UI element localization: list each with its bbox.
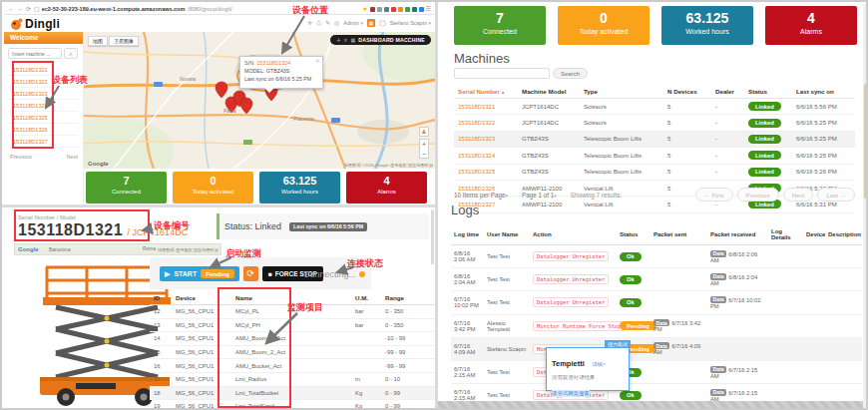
machine-serial-link[interactable]: 153118D1324 bbox=[454, 148, 518, 164]
machines-search-input[interactable] bbox=[454, 68, 550, 79]
column-header[interactable]: Status bbox=[617, 224, 651, 245]
log-row[interactable]: 6/7/16 3:42 PM Alessio Tempietti Monitor… bbox=[451, 314, 862, 337]
column-header[interactable]: ID bbox=[150, 291, 172, 305]
previous-page-button[interactable]: Previous bbox=[737, 188, 779, 202]
monitored-item-row[interactable]: 15 MG_56_CPU1 AMU_Boom_2_Act -99 - 99 bbox=[150, 345, 435, 359]
popup-corner-tag[interactable]: 强力取词 bbox=[605, 340, 631, 348]
print-icon[interactable]: ⎙ bbox=[316, 20, 321, 26]
data-badge[interactable]: Data bbox=[710, 250, 726, 257]
column-header[interactable]: Last sync on bbox=[792, 84, 855, 99]
satellite-button[interactable]: 卫星图像 bbox=[109, 36, 139, 46]
target-icon[interactable]: ◎ bbox=[334, 20, 339, 26]
browser-refresh-icon[interactable]: ⟳ bbox=[26, 6, 31, 12]
log-row[interactable]: 6/7/16 2:15 AM Test Test Datalogger Unre… bbox=[451, 360, 862, 383]
serial-column-header[interactable]: Serial Number ▴ bbox=[454, 84, 518, 99]
machine-list-item[interactable]: 153118D1326 bbox=[8, 124, 78, 136]
popup-more-link[interactable]: 详细> bbox=[592, 361, 606, 367]
browser-forward-icon[interactable]: → bbox=[17, 6, 23, 12]
monitored-item-row[interactable]: 14 MG_56_CPU1 AMU_Boom_1_Act -10 - 99 bbox=[150, 332, 435, 346]
grid-icon[interactable]: ▦ bbox=[351, 38, 356, 43]
dingli-logo[interactable]: Dingli bbox=[10, 17, 60, 31]
edit-icon[interactable]: ✎ bbox=[325, 20, 330, 26]
start-button[interactable]: ▶ START Pending bbox=[160, 266, 239, 281]
first-page-button[interactable]: ← First bbox=[695, 188, 733, 202]
log-row[interactable]: 6/7/16 10:02 PM Test Test Datalogger Unr… bbox=[451, 291, 862, 314]
page-select[interactable]: Page 1 of 1▾ bbox=[522, 192, 557, 199]
column-header[interactable]: Packet received bbox=[707, 224, 768, 245]
scrollbar-track[interactable] bbox=[863, 4, 868, 410]
extension-icon[interactable] bbox=[405, 7, 410, 12]
next-link[interactable]: Next bbox=[66, 154, 78, 160]
dashboard-panel-badge[interactable]: ✛ ✕ ▦ DASHBOARD MACCHINE bbox=[330, 35, 431, 45]
column-header[interactable]: N Devices bbox=[663, 84, 711, 99]
browser-menu-icon[interactable]: ☰ bbox=[426, 6, 431, 12]
data-badge[interactable]: Data bbox=[710, 296, 726, 303]
zoom-in-button[interactable]: + bbox=[422, 141, 426, 148]
last-page-button[interactable]: Last → bbox=[817, 188, 855, 202]
machine-row[interactable]: 153118D1321 JCPT1614DC Scissors 5 - Link… bbox=[454, 99, 855, 115]
infowindow-sn-link[interactable]: 153118D1324 bbox=[256, 60, 290, 66]
machine-row[interactable]: 153118D1323 GTBZ43S Telescopic Boom Lift… bbox=[454, 131, 855, 147]
column-header[interactable]: Log time bbox=[451, 224, 484, 245]
next-page-button[interactable]: Next bbox=[783, 188, 814, 202]
machine-serial-link[interactable]: 153118D1321 bbox=[454, 99, 518, 115]
column-header[interactable]: Log Details bbox=[768, 224, 803, 245]
monitored-item-row[interactable]: 19 MG_56_CPU1 Lmi_TotalSand Kg 0 - 99 bbox=[150, 400, 435, 410]
extension-icon[interactable] bbox=[391, 7, 396, 12]
scrollbar-thumb[interactable] bbox=[864, 84, 867, 199]
column-header[interactable]: Dealer bbox=[711, 84, 744, 99]
move-icon[interactable]: ✛ bbox=[336, 38, 340, 43]
column-header[interactable]: User Name bbox=[484, 224, 530, 245]
data-badge[interactable]: Data bbox=[710, 273, 726, 280]
popup-search-link[interactable]: 请尝试网页搜索 bbox=[552, 390, 590, 397]
address-bar[interactable]: ▢ ec2-52-30-223-189.eu-west-1.compute.am… bbox=[34, 6, 232, 12]
column-header[interactable]: Packet sent bbox=[651, 224, 707, 245]
pegman-icon[interactable]: ♟ bbox=[419, 127, 429, 137]
close-icon[interactable]: ✕ bbox=[343, 38, 347, 43]
machine-list-item[interactable]: 153118D1327 bbox=[8, 136, 78, 148]
infowindow-close-icon[interactable]: × bbox=[315, 58, 319, 64]
machine-serial-link[interactable]: 153118D1325 bbox=[454, 164, 518, 180]
machines-search-button[interactable]: Search bbox=[553, 68, 588, 79]
extension-icon[interactable] bbox=[419, 7, 424, 12]
refresh-button[interactable]: ⟳ bbox=[243, 266, 258, 281]
map-strip-links[interactable]: 地图数据 使用条款 报告地图错误 bbox=[158, 247, 218, 252]
zoom-out-button[interactable]: − bbox=[422, 151, 426, 158]
monitored-item-row[interactable]: 16 MG_56_CPU1 AMU_Bucket_Act -99 - 99 bbox=[150, 359, 435, 373]
extension-icon[interactable] bbox=[370, 7, 375, 12]
extension-icon[interactable] bbox=[398, 7, 403, 12]
column-header[interactable]: Status bbox=[744, 84, 792, 99]
column-header[interactable]: Type bbox=[580, 84, 663, 99]
log-row[interactable]: 6/7/16 4:09 AM Stefano Scapin Monitor Ru… bbox=[451, 337, 862, 360]
machine-row[interactable]: 153118D1322 JCPT1614DC Scissors 5 - Link… bbox=[454, 115, 855, 131]
column-header[interactable]: Device bbox=[803, 224, 825, 245]
column-header[interactable]: Machine Model bbox=[518, 84, 580, 99]
column-header[interactable]: Device bbox=[172, 291, 231, 305]
column-header[interactable]: Description bbox=[825, 224, 862, 245]
map-button[interactable]: 地图 bbox=[88, 36, 108, 46]
machine-list-item[interactable]: 153118D1325 bbox=[8, 112, 78, 124]
machine-row[interactable]: 153118D1324 GTBZ43S Telescopic Boom Lift… bbox=[454, 148, 855, 164]
add-icon[interactable]: ✛ bbox=[307, 20, 312, 26]
machine-serial-link[interactable]: 153118D1322 bbox=[454, 115, 518, 131]
data-badge[interactable]: Data bbox=[710, 389, 726, 396]
log-row[interactable]: 6/8/16 2:06 AM Test Test Datalogger Unre… bbox=[451, 245, 862, 268]
monitored-item-row[interactable]: 18 MG_56_CPU1 Lmi_TotalBucket Kg 0 - 99 bbox=[150, 386, 435, 400]
machine-list-item[interactable]: 153118D1324 bbox=[8, 100, 78, 112]
data-badge[interactable]: Data bbox=[710, 366, 726, 373]
user-menu[interactable]: Stefano Scapin ▾ bbox=[390, 20, 431, 26]
log-row[interactable]: 6/8/16 2:04 AM Test Test Datalogger Unre… bbox=[451, 268, 862, 291]
machine-search-input[interactable] bbox=[8, 48, 62, 59]
items-per-page-select[interactable]: 10 Items per Page▾ bbox=[454, 192, 508, 199]
detail-map-strip[interactable]: Google Barcelona Roma 地图数据 使用条款 报告地图错误 bbox=[14, 243, 221, 255]
bookmark-star-icon[interactable]: ★ bbox=[362, 6, 367, 12]
monitored-item-row[interactable]: 13 MG_56_CPU1 MCyl_PH bar 0 - 350 bbox=[150, 318, 435, 332]
extension-icon[interactable] bbox=[412, 7, 417, 12]
column-header[interactable]: U.M. bbox=[351, 291, 381, 305]
dashboard-map[interactable]: 地图 卫星图像 ✛ ✕ ▦ DASHBOARD MACCHINE NovaraM… bbox=[84, 32, 435, 169]
machine-serial-link[interactable]: 153118D1323 bbox=[454, 131, 518, 147]
machine-row[interactable]: 153118D1325 GTBZ43S Telescopic Boom Lift… bbox=[454, 164, 855, 180]
scrollbar-thumb[interactable] bbox=[431, 209, 434, 264]
notification-badge[interactable]: ▦ bbox=[367, 19, 375, 27]
extension-icon[interactable] bbox=[384, 7, 389, 12]
